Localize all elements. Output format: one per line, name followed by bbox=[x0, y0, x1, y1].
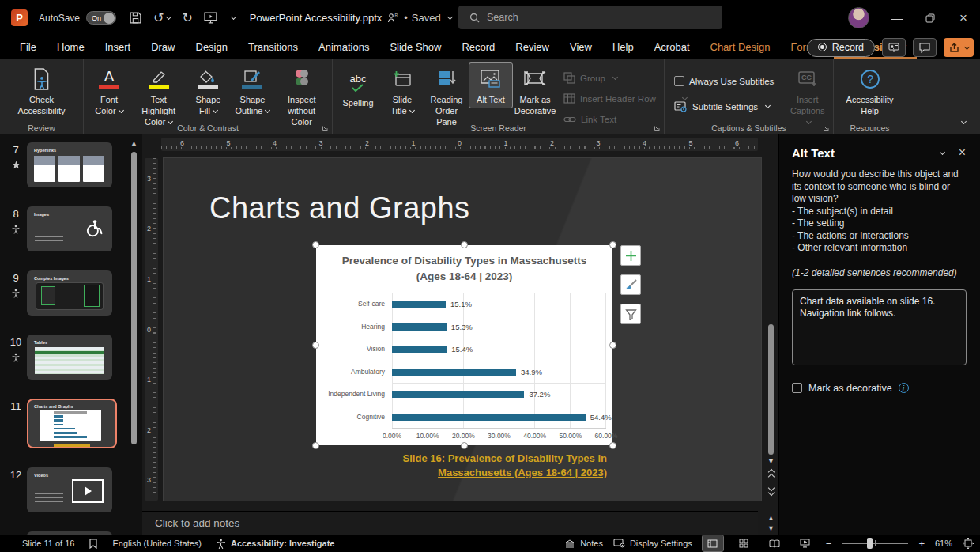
horizontal-ruler[interactable]: 6543210123456 bbox=[161, 138, 758, 151]
always-use-subtitles-checkbox[interactable]: Always Use Subtitles bbox=[674, 72, 774, 90]
collapse-ribbon-icon[interactable] bbox=[959, 114, 966, 128]
tab-design[interactable]: Design bbox=[186, 36, 238, 59]
notes-placeholder[interactable]: Click to add notes bbox=[155, 517, 239, 529]
search-input[interactable] bbox=[487, 12, 684, 23]
spelling-button[interactable]: abc Spelling bbox=[336, 62, 380, 112]
accessibility-status[interactable]: Accessibility: Investigate bbox=[216, 539, 334, 549]
thumbnail-preview[interactable]: Complex Images bbox=[27, 270, 112, 316]
mark-as-decorative-button[interactable]: Mark as Decorative bbox=[513, 62, 557, 119]
slide-thumbnail-11[interactable]: 11Charts and Graphs bbox=[5, 399, 142, 448]
thumbnail-preview[interactable]: Videos bbox=[27, 467, 112, 512]
comments-button[interactable] bbox=[913, 38, 937, 57]
scroll-down-icon[interactable]: ▼ bbox=[765, 457, 777, 465]
tab-insert[interactable]: Insert bbox=[95, 36, 141, 59]
slide-canvas[interactable]: Charts and Graphs Prevalence of Disabili… bbox=[164, 158, 761, 501]
save-icon[interactable] bbox=[129, 11, 142, 25]
tab-animations[interactable]: Animations bbox=[308, 36, 379, 59]
chart-styles-button[interactable] bbox=[620, 274, 641, 295]
check-accessibility-button[interactable]: Check Accessibility bbox=[7, 62, 77, 119]
language-indicator[interactable]: English (United States) bbox=[112, 539, 202, 548]
text-highlight-color-button[interactable]: Text Highlight Color bbox=[131, 62, 186, 130]
fit-to-window-button[interactable] bbox=[963, 538, 974, 549]
slide-thumbnail-10[interactable]: 10Tables bbox=[5, 335, 142, 380]
chart-object[interactable]: Prevalence of Disability Types in Massac… bbox=[316, 245, 612, 445]
zoom-out-button[interactable]: − bbox=[826, 538, 832, 550]
slide-thumbnail-9[interactable]: 9Complex Images bbox=[5, 270, 142, 316]
tab-record[interactable]: Record bbox=[451, 36, 505, 59]
chart-bar[interactable] bbox=[392, 323, 447, 331]
reading-order-pane-button[interactable]: Reading Order Pane bbox=[424, 62, 469, 130]
tab-home[interactable]: Home bbox=[47, 36, 95, 59]
scroll-up-icon[interactable]: ▲ bbox=[130, 139, 138, 147]
zoom-slider[interactable] bbox=[842, 543, 908, 544]
thumbnail-preview[interactable]: Images bbox=[27, 206, 112, 251]
display-settings-button[interactable]: Display Settings bbox=[613, 539, 692, 548]
captions-dialog-launcher[interactable] bbox=[823, 125, 830, 132]
slide-indicator[interactable]: Slide 11 of 16 bbox=[22, 539, 74, 548]
thumbnail-scrollbar[interactable]: ▲ bbox=[130, 139, 138, 535]
screen-reader-dialog-launcher[interactable] bbox=[654, 125, 661, 132]
insert-captions-button[interactable]: CC Insert Captions bbox=[785, 62, 830, 130]
slide16-hyperlink[interactable]: Slide 16: Prevalence of Disability Types… bbox=[338, 452, 607, 479]
info-icon[interactable]: i bbox=[899, 383, 909, 393]
shape-outline-button[interactable]: Shape Outline bbox=[230, 62, 274, 119]
vertical-ruler[interactable]: 3210123 bbox=[145, 158, 158, 501]
redo-icon[interactable]: ↻ bbox=[182, 10, 192, 25]
mark-decorative-checkbox[interactable] bbox=[792, 383, 802, 393]
selection-handle[interactable] bbox=[461, 241, 468, 248]
accessibility-help-button[interactable]: ? Accessibility Help bbox=[837, 62, 903, 119]
chart-bar[interactable] bbox=[392, 369, 516, 376]
record-button[interactable]: Record bbox=[807, 39, 875, 57]
tab-chart-design[interactable]: Chart Design bbox=[700, 36, 781, 59]
notes-scroll-up-icon[interactable]: ▲ bbox=[765, 514, 777, 522]
tab-draw[interactable]: Draw bbox=[141, 36, 185, 59]
zoom-in-button[interactable]: + bbox=[918, 538, 925, 550]
close-pane-icon[interactable]: × bbox=[959, 146, 966, 160]
selection-handle[interactable] bbox=[312, 342, 319, 349]
subtitle-settings-button[interactable]: Subtitle Settings bbox=[674, 97, 774, 115]
present-in-teams-button[interactable] bbox=[882, 38, 906, 57]
alt-text-input[interactable]: Chart data available on slide 16. Naviga… bbox=[792, 289, 967, 365]
save-status[interactable]: •Saved bbox=[404, 12, 451, 24]
tab-review[interactable]: Review bbox=[505, 36, 560, 59]
slide-title-button[interactable]: Slide Title bbox=[380, 62, 424, 119]
color-contrast-dialog-launcher[interactable] bbox=[322, 125, 329, 132]
selection-handle[interactable] bbox=[461, 442, 468, 449]
inspect-without-color-button[interactable]: Inspect without Color bbox=[274, 62, 329, 130]
selection-handle[interactable] bbox=[609, 241, 616, 248]
selection-handle[interactable] bbox=[609, 442, 616, 449]
selection-handle[interactable] bbox=[609, 342, 616, 349]
shared-users-icon[interactable]: R bbox=[387, 13, 398, 23]
customize-toolbar-icon[interactable] bbox=[228, 15, 236, 21]
slideshow-view-button[interactable] bbox=[795, 535, 816, 551]
selection-handle[interactable] bbox=[312, 241, 319, 248]
thumbnail-preview[interactable]: Charts and Graphs bbox=[27, 399, 117, 448]
alt-text-button[interactable]: Alt Text bbox=[469, 62, 513, 108]
restore-button[interactable] bbox=[914, 0, 947, 36]
powerpoint-logo-icon[interactable]: P bbox=[11, 9, 28, 26]
tab-slide-show[interactable]: Slide Show bbox=[379, 36, 451, 59]
thumbnail-preview[interactable]: Tables bbox=[27, 335, 112, 380]
chart-bar[interactable] bbox=[392, 391, 524, 398]
notes-pane[interactable]: Click to add notes bbox=[142, 511, 758, 535]
slide-sorter-view-button[interactable] bbox=[733, 535, 754, 551]
previous-slide-button[interactable] bbox=[765, 470, 777, 479]
chart-bar[interactable] bbox=[392, 346, 447, 353]
slide-thumbnail-12[interactable]: 12Videos bbox=[5, 467, 142, 512]
pane-options-chevron-icon[interactable] bbox=[940, 149, 945, 154]
undo-icon[interactable]: ↺ bbox=[153, 10, 171, 25]
tab-acrobat[interactable]: Acrobat bbox=[644, 36, 700, 59]
font-color-button[interactable]: A Font Color bbox=[87, 62, 131, 119]
notes-toggle[interactable]: Notes bbox=[564, 539, 603, 548]
slide-title-text[interactable]: Charts and Graphs bbox=[209, 191, 470, 225]
chart-bar[interactable] bbox=[392, 414, 586, 421]
chart-bar[interactable] bbox=[392, 301, 446, 308]
zoom-slider-thumb[interactable] bbox=[867, 538, 873, 549]
mark-decorative-row[interactable]: Mark as decorative i bbox=[792, 383, 966, 394]
selection-handle[interactable] bbox=[312, 442, 319, 449]
chart-filters-button[interactable] bbox=[620, 304, 641, 324]
scrollbar-thumb[interactable] bbox=[768, 324, 774, 455]
thumbnail-preview[interactable]: Hyperlinks bbox=[27, 142, 112, 187]
tab-file[interactable]: File bbox=[9, 36, 47, 59]
next-slide-button[interactable] bbox=[765, 486, 777, 495]
